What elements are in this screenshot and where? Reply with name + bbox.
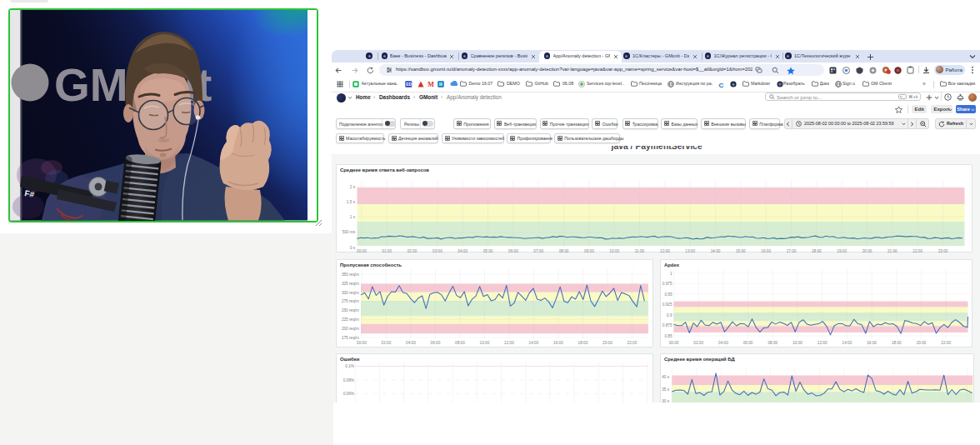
svg-text:0.06%: 0.06% [342, 392, 353, 396]
svg-text:1: 1 [669, 271, 672, 275]
svg-text:0.1%: 0.1% [345, 364, 354, 368]
svg-text:02:00: 02:00 [407, 249, 417, 253]
svg-text:225 req/m: 225 req/m [341, 318, 358, 322]
svg-text:03:00: 03:00 [432, 249, 442, 253]
svg-text:20:00: 20:00 [916, 341, 926, 345]
svg-text:00:00: 00:00 [357, 341, 367, 345]
svg-text:500 ms: 500 ms [342, 230, 355, 234]
svg-text:02:00: 02:00 [381, 341, 391, 345]
svg-text:ED: ED [406, 82, 412, 87]
svg-text:M: M [428, 81, 434, 88]
svg-text:04:00: 04:00 [458, 249, 468, 253]
svg-text:14:00: 14:00 [710, 249, 720, 253]
svg-text:10:00: 10:00 [609, 249, 619, 253]
svg-text:19:00: 19:00 [837, 249, 847, 253]
svg-text:0.875: 0.875 [662, 323, 672, 328]
svg-text:18:00: 18:00 [811, 249, 821, 253]
svg-text:21:00: 21:00 [887, 249, 897, 253]
svg-text:10:00: 10:00 [479, 341, 489, 345]
svg-text:02:00: 02:00 [693, 341, 703, 345]
svg-text:16:00: 16:00 [761, 249, 771, 253]
svg-text:22:00: 22:00 [912, 249, 922, 253]
svg-text:300 req/m: 300 req/m [341, 290, 358, 294]
svg-text:18:00: 18:00 [891, 341, 901, 345]
svg-text:C: C [718, 81, 723, 88]
svg-text:0.95: 0.95 [664, 292, 672, 296]
svg-text:06:00: 06:00 [430, 341, 440, 345]
svg-text:14:00: 14:00 [842, 341, 852, 345]
svg-text:06:00: 06:00 [742, 341, 752, 345]
svg-text:0.9: 0.9 [666, 312, 672, 317]
svg-text:2 s: 2 s [349, 184, 355, 188]
svg-text:200 req/m: 200 req/m [341, 326, 358, 330]
svg-text:22:00: 22:00 [941, 341, 951, 345]
svg-text:08:00: 08:00 [455, 341, 465, 345]
svg-text:13:00: 13:00 [685, 249, 695, 253]
svg-text:08:00: 08:00 [558, 249, 568, 253]
svg-text:09:00: 09:00 [584, 249, 594, 253]
svg-text:12:00: 12:00 [504, 341, 514, 345]
svg-text:1 s: 1 s [349, 215, 355, 219]
svg-text:0.925: 0.925 [662, 302, 672, 307]
svg-text:16:00: 16:00 [553, 341, 563, 345]
svg-text:10:00: 10:00 [792, 341, 802, 345]
svg-text:40 s: 40 s [662, 375, 670, 379]
svg-text:F#: F# [23, 188, 35, 199]
svg-text:07:00: 07:00 [533, 249, 543, 253]
svg-text:05:00: 05:00 [482, 249, 492, 253]
svg-text:20:00: 20:00 [862, 249, 872, 253]
svg-text:11:00: 11:00 [634, 249, 644, 253]
svg-text:350 req/m: 350 req/m [341, 272, 358, 276]
svg-text:23:00: 23:00 [938, 249, 948, 253]
svg-text:15:00: 15:00 [735, 249, 745, 253]
svg-text:0 s: 0 s [349, 245, 355, 249]
svg-text:30 s: 30 s [662, 399, 670, 402]
svg-text:325 req/m: 325 req/m [341, 281, 358, 285]
svg-text:00:00: 00:00 [357, 249, 367, 253]
svg-text:18:00: 18:00 [578, 341, 588, 345]
svg-text:12:00: 12:00 [817, 341, 827, 345]
svg-text:04:00: 04:00 [718, 341, 728, 345]
svg-text:35 s: 35 s [662, 388, 670, 392]
svg-text:12:00: 12:00 [660, 249, 670, 253]
svg-text:16:00: 16:00 [867, 341, 877, 345]
svg-text:04:00: 04:00 [406, 341, 416, 345]
svg-text:06:00: 06:00 [508, 249, 518, 253]
svg-text:0.85: 0.85 [664, 333, 672, 338]
svg-text:275 req/m: 275 req/m [341, 299, 358, 303]
svg-text:17:00: 17:00 [786, 249, 796, 253]
svg-text:22:00: 22:00 [627, 341, 637, 345]
svg-text:01:00: 01:00 [382, 249, 392, 253]
svg-text:14:00: 14:00 [528, 341, 538, 345]
svg-text:175 req/m: 175 req/m [341, 335, 358, 339]
svg-text:0.975: 0.975 [662, 282, 672, 286]
svg-text:1.5 s: 1.5 s [346, 199, 355, 203]
svg-text:250 req/m: 250 req/m [341, 308, 358, 312]
svg-text:00:00: 00:00 [668, 341, 678, 345]
svg-text:0.08%: 0.08% [342, 378, 353, 382]
svg-text:08:00: 08:00 [768, 341, 778, 345]
svg-text:20:00: 20:00 [602, 341, 612, 345]
